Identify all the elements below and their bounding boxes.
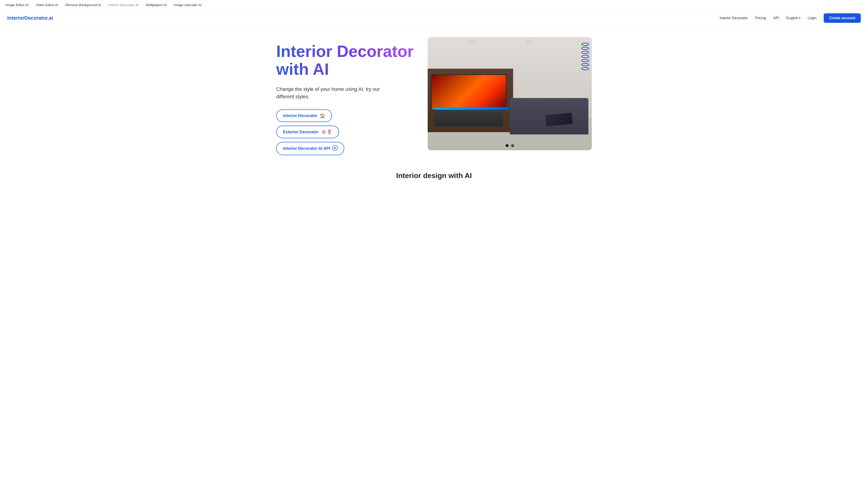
tv-stand [434, 110, 503, 126]
site-logo[interactable]: InteriorDecorator.ai [7, 15, 53, 21]
nav-pricing[interactable]: Pricing [755, 16, 766, 20]
sofa-cushion [546, 113, 572, 126]
login-button[interactable]: Login [808, 16, 816, 20]
top-nav-wallpapers[interactable]: Wallpapers AI [146, 3, 166, 7]
deco-rings [580, 43, 590, 82]
hero-subtitle: Change the style of your home using AI, … [276, 86, 385, 100]
carousel-dot-1[interactable] [505, 144, 508, 147]
deco-ring-1 [581, 43, 589, 46]
hero-title: Interior Decorator with AI [276, 42, 418, 78]
room-ceiling [428, 37, 592, 71]
interior-decorator-icon: 🏠 [320, 113, 325, 119]
spotlight-1 [469, 40, 475, 44]
bottom-title: Interior design with AI [7, 171, 861, 180]
light-strip [434, 108, 508, 109]
hero-left: Interior Decorator with AI Change the st… [276, 37, 418, 155]
api-label: Interior Decorator AI API [283, 146, 330, 151]
deco-ring-2 [581, 47, 589, 50]
hero-image [428, 37, 592, 150]
deco-ring-4 [581, 55, 589, 58]
hero-section: Interior Decorator with AI Change the st… [269, 26, 599, 162]
svg-marker-1 [334, 147, 336, 149]
interior-decorator-label: Interior Decorator [283, 113, 317, 118]
room-scene [428, 37, 592, 150]
deco-ring-5 [581, 59, 589, 62]
exterior-decorator-label: Exterior Decorator [283, 130, 319, 134]
create-account-button[interactable]: Create account [824, 13, 861, 23]
tv-screen [431, 74, 506, 110]
carousel-dot-2[interactable] [511, 144, 514, 147]
bottom-section: Interior design with AI [0, 162, 868, 184]
language-selector[interactable]: English [786, 16, 800, 20]
nav-interior-decorator[interactable]: Interior Decorator [720, 16, 748, 20]
deco-ring-3 [581, 51, 589, 54]
carousel-dots [505, 144, 514, 147]
top-nav-remove-bg[interactable]: Remove Background AI [66, 3, 101, 7]
nav-api[interactable]: API [773, 16, 779, 20]
hero-right [428, 37, 592, 150]
top-nav-image-upscaler[interactable]: Image Upscaler AI [174, 3, 202, 7]
spotlight-2 [526, 40, 533, 44]
exterior-decorator-icon: 🌸🌷 [321, 129, 332, 135]
top-nav: Image Editor AI Video Editor AI Remove B… [0, 0, 868, 10]
api-button[interactable]: Interior Decorator AI API [276, 142, 344, 155]
main-header: InteriorDecorator.ai Interior Decorator … [0, 10, 868, 26]
deco-ring-7 [581, 67, 589, 70]
deco-ring-6 [581, 63, 589, 66]
top-nav-image-editor[interactable]: Image Editor AI [5, 3, 29, 7]
hero-buttons: Interior Decorator 🏠 Exterior Decorator … [276, 109, 418, 155]
exterior-decorator-button[interactable]: Exterior Decorator 🌸🌷 [276, 126, 339, 138]
top-nav-interior-decorator[interactable]: Interior Decorator AI [108, 3, 138, 7]
top-nav-video-editor[interactable]: Video Editor AI [36, 3, 58, 7]
api-icon [333, 145, 338, 152]
header-nav: Interior Decorator Pricing API English L… [720, 13, 861, 23]
interior-decorator-button[interactable]: Interior Decorator 🏠 [276, 109, 332, 122]
